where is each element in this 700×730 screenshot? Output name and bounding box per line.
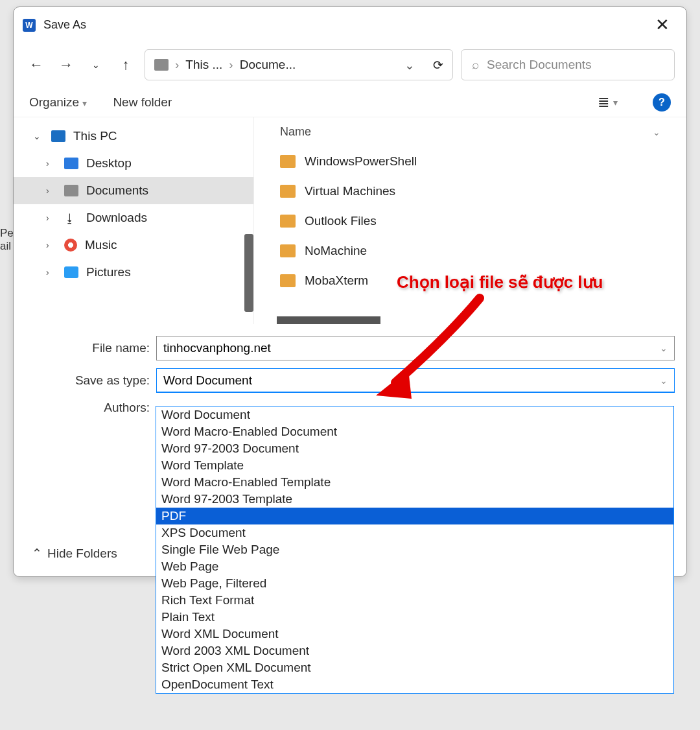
organize-menu[interactable]: Organize ▾	[29, 95, 87, 110]
saveastype-options: Word DocumentWord Macro-Enabled Document…	[156, 406, 674, 694]
tree-label: Pictures	[86, 265, 131, 279]
up-button[interactable]: ↑	[115, 54, 137, 76]
tree-label: Documents	[86, 183, 148, 198]
type-option[interactable]: Word Macro-Enabled Document	[156, 423, 673, 440]
type-option[interactable]: Plain Text	[156, 609, 673, 626]
saveastype-value: Word Document	[163, 373, 252, 388]
type-option[interactable]: Word Document	[156, 406, 673, 423]
type-option[interactable]: Web Page, Filtered	[156, 575, 673, 592]
saveastype-row: Save as type: Word Document ⌄	[14, 364, 686, 397]
breadcrumb-seg-2[interactable]: Docume...	[240, 58, 296, 72]
folder-icon	[280, 244, 296, 257]
tree-label: Desktop	[86, 156, 132, 171]
chevron-right-icon: ›	[46, 213, 56, 223]
breadcrumb-seg-1[interactable]: This ...	[185, 58, 222, 72]
type-option[interactable]: Word XML Document	[156, 626, 673, 642]
chevron-down-icon: ⌄	[33, 131, 43, 141]
download-icon: ⭳	[64, 212, 78, 224]
type-option[interactable]: Single File Web Page	[156, 541, 673, 558]
history-dropdown[interactable]: ⌄	[85, 54, 107, 76]
chevron-up-icon: ⌃	[32, 546, 42, 561]
filename-dropdown-icon[interactable]: ⌄	[660, 343, 668, 353]
toolbar: Organize ▾ New folder ≣ ▾ ?	[14, 88, 686, 117]
saveastype-select[interactable]: Word Document ⌄	[156, 368, 675, 393]
help-button[interactable]: ?	[653, 93, 671, 112]
list-header[interactable]: Name ⌄	[254, 117, 686, 147]
back-button[interactable]: ←	[25, 54, 47, 76]
saveastype-dropdown-icon[interactable]: ⌄	[660, 375, 668, 386]
tree-item-this-pc[interactable]: ⌄ This PC	[14, 123, 253, 150]
list-item[interactable]: Outlook Files	[254, 206, 686, 236]
folder-icon	[280, 215, 296, 228]
type-option[interactable]: Strict Open XML Document	[156, 659, 673, 676]
pic-icon	[64, 266, 78, 278]
type-option[interactable]: Web Page	[156, 558, 673, 575]
list-item-label: WindowsPowerShell	[305, 154, 417, 169]
breadcrumb-sep-icon: ›	[175, 58, 179, 72]
chevron-right-icon: ›	[46, 267, 56, 277]
type-option[interactable]: Word 97-2003 Template	[156, 491, 673, 508]
type-option[interactable]: Word Macro-Enabled Template	[156, 474, 673, 491]
tree-item[interactable]: ›Music	[14, 231, 253, 259]
folder-icon	[280, 274, 296, 287]
title-bar: W Save As ✕	[14, 7, 686, 40]
search-icon: ⌕	[472, 58, 479, 72]
word-app-icon: W	[23, 19, 36, 32]
forward-button[interactable]: →	[55, 54, 77, 76]
list-item-label: Outlook Files	[305, 214, 377, 228]
doc-icon	[64, 185, 78, 196]
chevron-right-icon: ›	[46, 240, 56, 250]
list-item-label: Virtual Machines	[305, 184, 395, 198]
music-icon	[64, 239, 77, 252]
column-sort-icon[interactable]: ⌄	[653, 127, 660, 137]
chevron-right-icon: ›	[46, 185, 56, 196]
tree-label: Downloads	[86, 211, 147, 225]
type-option[interactable]: Rich Text Format	[156, 592, 673, 609]
type-option[interactable]: XPS Document	[156, 524, 673, 541]
address-bar[interactable]: › This ... › Docume... ⌄ ⟳	[145, 49, 453, 80]
pc-icon	[51, 130, 65, 142]
folder-icon	[280, 155, 296, 168]
folder-icon	[280, 185, 296, 198]
list-item[interactable]: NoMachine	[254, 236, 686, 266]
list-h-scrollbar[interactable]	[277, 316, 380, 324]
tree-item[interactable]: ›Desktop	[14, 150, 253, 177]
type-option[interactable]: Word 2003 XML Document	[156, 642, 673, 659]
addr-dropdown-icon[interactable]: ⌄	[404, 58, 415, 73]
new-folder-button[interactable]: New folder	[113, 95, 172, 110]
saveastype-label: Save as type:	[40, 373, 150, 388]
type-option[interactable]: OpenDocument Text	[156, 676, 673, 693]
filename-value: tinhocvanphong.net	[163, 341, 271, 355]
nav-tree: ⌄ This PC ›Desktop›Documents›⭳Downloads›…	[14, 117, 253, 324]
hide-folders-button[interactable]: ⌃ Hide Folders	[32, 546, 117, 561]
tree-item[interactable]: ›⭳Downloads	[14, 204, 253, 231]
tree-label: Music	[85, 238, 117, 252]
list-item[interactable]: WindowsPowerShell	[254, 147, 686, 176]
refresh-button[interactable]: ⟳	[433, 58, 443, 73]
column-name: Name	[280, 125, 311, 139]
tree-scrollbar[interactable]	[244, 234, 253, 312]
view-menu[interactable]: ≣ ▾	[598, 94, 618, 111]
list-item[interactable]: MobaXterm	[254, 266, 686, 296]
close-button[interactable]: ✕	[649, 14, 676, 36]
breadcrumb-sep-icon: ›	[229, 58, 233, 72]
tree-item[interactable]: ›Documents	[14, 177, 253, 204]
filename-row: File name: tinhocvanphong.net ⌄	[14, 332, 686, 364]
filename-label: File name:	[40, 341, 150, 355]
filename-input[interactable]: tinhocvanphong.net ⌄	[156, 336, 675, 360]
tree-item[interactable]: ›Pictures	[14, 259, 253, 286]
list-item[interactable]: Virtual Machines	[254, 176, 686, 206]
type-option[interactable]: PDF	[156, 508, 673, 524]
search-placeholder: Search Documents	[487, 58, 592, 72]
dialog-title: Save As	[43, 18, 86, 32]
type-option[interactable]: Word Template	[156, 457, 673, 474]
search-field[interactable]: ⌕ Search Documents	[461, 49, 675, 80]
list-item-label: MobaXterm	[305, 274, 368, 288]
file-list: Name ⌄ WindowsPowerShellVirtual Machines…	[253, 117, 686, 324]
hide-folders-label: Hide Folders	[47, 547, 117, 561]
background-fragment: Pe ail	[0, 227, 14, 253]
type-option[interactable]: Word 97-2003 Document	[156, 440, 673, 457]
content-pane: ⌄ This PC ›Desktop›Documents›⭳Downloads›…	[14, 117, 686, 324]
authors-label: Authors:	[40, 401, 150, 415]
chevron-right-icon: ›	[46, 158, 56, 169]
